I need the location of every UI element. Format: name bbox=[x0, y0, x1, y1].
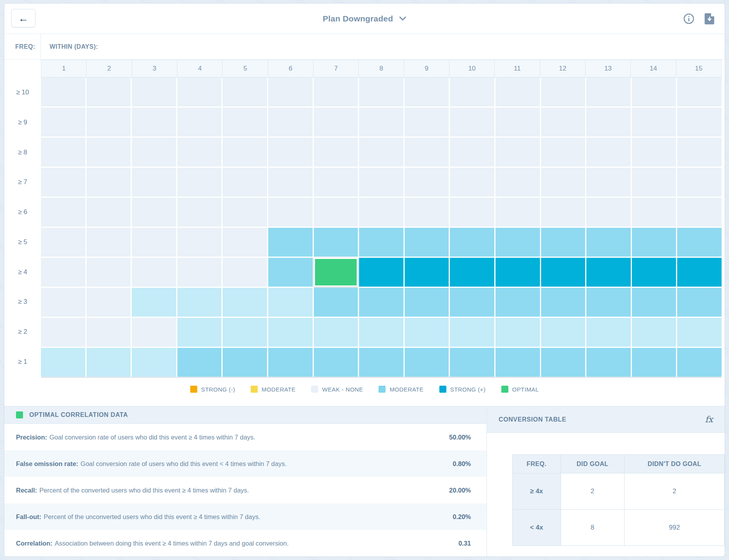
heatmap-cell-optimal[interactable] bbox=[314, 258, 358, 287]
heatmap-cell-weak[interactable] bbox=[405, 78, 449, 106]
heatmap-cell-weak[interactable] bbox=[87, 228, 131, 257]
heatmap-cell-light[interactable] bbox=[268, 318, 313, 347]
heatmap-cell-weak[interactable] bbox=[87, 198, 131, 227]
heatmap-cell-weak[interactable] bbox=[359, 108, 403, 136]
heatmap-cell-moderate[interactable] bbox=[450, 228, 494, 257]
heatmap-cell-moderate[interactable] bbox=[405, 288, 449, 317]
heatmap-cell-weak[interactable] bbox=[41, 138, 85, 167]
heatmap-cell-moderate[interactable] bbox=[405, 228, 449, 257]
heatmap-cell-moderate[interactable] bbox=[632, 348, 676, 377]
heatmap-cell-weak[interactable] bbox=[223, 198, 267, 227]
heatmap-cell-light[interactable] bbox=[450, 318, 494, 347]
heatmap-cell-light[interactable] bbox=[223, 318, 267, 347]
heatmap-cell-moderate[interactable] bbox=[359, 348, 403, 377]
heatmap-cell-weak[interactable] bbox=[586, 138, 631, 167]
heatmap-cell-weak[interactable] bbox=[132, 138, 176, 167]
heatmap-cell-moderate[interactable] bbox=[541, 228, 586, 257]
heatmap-cell-weak[interactable] bbox=[677, 138, 722, 167]
heatmap-cell-moderate[interactable] bbox=[586, 228, 631, 257]
heatmap-cell-weak[interactable] bbox=[359, 168, 403, 197]
heatmap-cell-moderate[interactable] bbox=[268, 258, 313, 287]
heatmap-cell-moderate[interactable] bbox=[495, 288, 540, 317]
heatmap-cell-moderate[interactable] bbox=[314, 348, 358, 377]
heatmap-cell-weak[interactable] bbox=[677, 198, 722, 227]
heatmap-cell-light[interactable] bbox=[132, 348, 176, 377]
heatmap-cell-light[interactable] bbox=[495, 318, 540, 347]
heatmap-cell-weak[interactable] bbox=[177, 228, 222, 257]
heatmap-cell-moderate[interactable] bbox=[223, 348, 267, 377]
heatmap-cell-weak[interactable] bbox=[41, 228, 85, 257]
heatmap-cell-moderate[interactable] bbox=[495, 348, 540, 377]
heatmap-cell-weak[interactable] bbox=[177, 108, 222, 136]
heatmap-cell-weak[interactable] bbox=[41, 198, 85, 227]
heatmap-cell-weak[interactable] bbox=[87, 78, 131, 106]
heatmap-cell-weak[interactable] bbox=[495, 108, 540, 136]
heatmap-cell-moderate[interactable] bbox=[450, 348, 494, 377]
heatmap-cell-moderate[interactable] bbox=[632, 228, 676, 257]
heatmap-cell-weak[interactable] bbox=[41, 168, 85, 197]
heatmap-cell-moderate[interactable] bbox=[586, 288, 631, 317]
heatmap-cell-weak[interactable] bbox=[87, 138, 131, 167]
heatmap-cell-weak[interactable] bbox=[677, 78, 722, 106]
heatmap-cell-moderate[interactable] bbox=[359, 228, 403, 257]
heatmap-cell-weak[interactable] bbox=[132, 78, 176, 106]
heatmap-cell-moderate[interactable] bbox=[677, 348, 722, 377]
heatmap-cell-light[interactable] bbox=[314, 318, 358, 347]
heatmap-cell-moderate[interactable] bbox=[268, 348, 313, 377]
heatmap-cell-weak[interactable] bbox=[132, 198, 176, 227]
heatmap-cell-moderate[interactable] bbox=[541, 348, 586, 377]
heatmap-cell-light[interactable] bbox=[177, 318, 222, 347]
heatmap-cell-weak[interactable] bbox=[41, 318, 85, 347]
info-icon[interactable] bbox=[683, 13, 694, 24]
heatmap-cell-light[interactable] bbox=[41, 348, 85, 377]
heatmap-cell-weak[interactable] bbox=[177, 168, 222, 197]
heatmap-cell-weak[interactable] bbox=[541, 108, 586, 136]
heatmap-cell-moderate[interactable] bbox=[314, 228, 358, 257]
heatmap-cell-light[interactable] bbox=[541, 318, 586, 347]
heatmap-cell-weak[interactable] bbox=[268, 198, 313, 227]
heatmap-cell-weak[interactable] bbox=[450, 138, 494, 167]
heatmap-cell-weak[interactable] bbox=[541, 168, 586, 197]
heatmap-cell-weak[interactable] bbox=[405, 198, 449, 227]
heatmap-cell-weak[interactable] bbox=[87, 168, 131, 197]
heatmap-cell-weak[interactable] bbox=[632, 108, 676, 136]
heatmap-cell-weak[interactable] bbox=[87, 318, 131, 347]
heatmap-cell-weak[interactable] bbox=[586, 78, 631, 106]
heatmap-cell-weak[interactable] bbox=[541, 138, 586, 167]
heatmap-cell-weak[interactable] bbox=[41, 288, 85, 317]
heatmap-cell-weak[interactable] bbox=[223, 228, 267, 257]
heatmap-cell-weak[interactable] bbox=[405, 108, 449, 136]
heatmap-cell-weak[interactable] bbox=[586, 108, 631, 136]
heatmap-cell-moderate[interactable] bbox=[268, 228, 313, 257]
heatmap-cell-weak[interactable] bbox=[450, 168, 494, 197]
heatmap-cell-strong[interactable] bbox=[586, 258, 631, 287]
heatmap-cell-weak[interactable] bbox=[314, 108, 358, 136]
fx-formula-icon[interactable]: fx bbox=[705, 415, 713, 424]
heatmap-cell-moderate[interactable] bbox=[405, 348, 449, 377]
heatmap-cell-weak[interactable] bbox=[177, 138, 222, 167]
heatmap-cell-weak[interactable] bbox=[41, 258, 85, 287]
heatmap-cell-moderate[interactable] bbox=[495, 228, 540, 257]
heatmap-cell-weak[interactable] bbox=[132, 228, 176, 257]
heatmap-cell-weak[interactable] bbox=[495, 78, 540, 106]
heatmap-cell-weak[interactable] bbox=[450, 108, 494, 136]
heatmap-cell-weak[interactable] bbox=[632, 168, 676, 197]
heatmap-cell-weak[interactable] bbox=[586, 198, 631, 227]
heatmap-cell-weak[interactable] bbox=[314, 138, 358, 167]
heatmap-cell-weak[interactable] bbox=[314, 78, 358, 106]
heatmap-cell-weak[interactable] bbox=[87, 288, 131, 317]
heatmap-cell-light[interactable] bbox=[359, 318, 403, 347]
heatmap-cell-weak[interactable] bbox=[450, 198, 494, 227]
download-icon[interactable] bbox=[704, 13, 715, 25]
heatmap-cell-weak[interactable] bbox=[268, 108, 313, 136]
heatmap-cell-weak[interactable] bbox=[405, 138, 449, 167]
title-dropdown[interactable]: Plan Downgraded bbox=[4, 4, 725, 34]
heatmap-cell-moderate[interactable] bbox=[541, 288, 586, 317]
heatmap-cell-weak[interactable] bbox=[359, 78, 403, 106]
heatmap-cell-weak[interactable] bbox=[177, 258, 222, 287]
heatmap-cell-weak[interactable] bbox=[223, 78, 267, 106]
heatmap-cell-weak[interactable] bbox=[495, 198, 540, 227]
heatmap-cell-light[interactable] bbox=[177, 288, 222, 317]
heatmap-cell-weak[interactable] bbox=[87, 108, 131, 136]
heatmap-cell-weak[interactable] bbox=[495, 168, 540, 197]
